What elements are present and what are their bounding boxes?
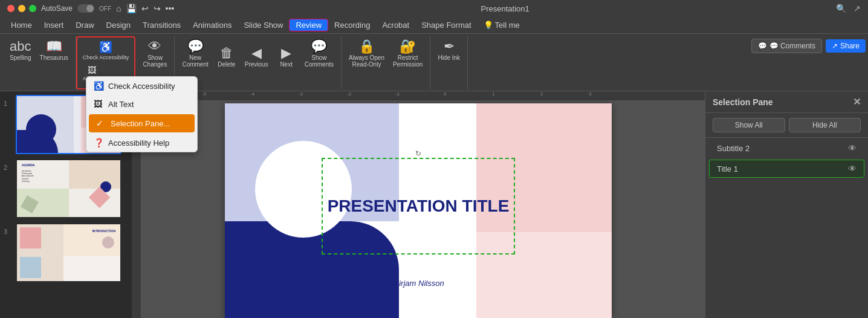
comments-icon: 💬 <box>758 42 767 50</box>
next-label: Next <box>280 61 293 68</box>
accessibility-help-label: Accessibility Help <box>108 138 169 148</box>
selection-item-title1[interactable]: Title 1 👁 <box>709 160 864 178</box>
undo-icon[interactable]: ↩ <box>141 4 149 13</box>
hide-ink-label: Hide Ink <box>438 54 460 61</box>
slide-title-textbox[interactable]: ↻ PRESENTATION TITLE <box>322 158 515 255</box>
rotate-handle[interactable]: ↻ <box>415 149 421 158</box>
alt-text-icon: 🖼 <box>88 65 96 75</box>
traffic-lights <box>7 5 36 12</box>
slide-preview-2[interactable]: AGENDA IntroductionPrimary goalArea of g… <box>16 159 121 218</box>
slide-num-1: 1 <box>4 100 12 107</box>
menu-review[interactable]: Review <box>289 19 328 31</box>
menu-animations[interactable]: Animations <box>187 19 238 31</box>
menu-slideshow[interactable]: Slide Show <box>238 19 289 31</box>
slide-thumb-3[interactable]: 3 INTRODUCTION <box>2 222 129 284</box>
home-icon[interactable]: ⌂ <box>116 4 121 13</box>
search-icon[interactable]: 🔍 <box>836 4 846 13</box>
check-accessibility-icon: ♿ <box>99 41 112 54</box>
menu-acrobat[interactable]: Acrobat <box>376 19 415 31</box>
window-title: Presentation1 <box>481 4 530 13</box>
alt-text-dropdown-label: Alt Text <box>108 100 134 109</box>
show-changes-button[interactable]: 👁 ShowChanges <box>139 37 170 70</box>
share-button[interactable]: ↗ Share <box>826 39 866 53</box>
show-comments-button[interactable]: 💬 ShowComments <box>301 37 337 70</box>
always-open-read-only-button[interactable]: 🔒 Always OpenRead-Only <box>345 37 388 70</box>
hide-ink-button[interactable]: ✒ Hide Ink <box>434 37 464 63</box>
dropdown-check-accessibility[interactable]: ♿ Check Accessibility <box>86 77 197 95</box>
menu-tellme[interactable]: 💡Tell me <box>478 19 526 31</box>
title1-visibility-icon[interactable]: 👁 <box>848 164 857 174</box>
ribbon-group-comments: 💬 NewComment 🗑 Delete ◀ Previous ▶ Next … <box>175 36 342 89</box>
menu-draw[interactable]: Draw <box>70 19 100 31</box>
restrict-label: RestrictPermission <box>393 54 423 68</box>
canvas-area: -5 -4 -3 -2 -1 0 1 2 3 ↻ PRESE <box>132 91 705 318</box>
title-bar-right: 🔍 ↗ <box>836 4 861 13</box>
close-button[interactable] <box>7 5 15 12</box>
subtitle2-visibility-icon[interactable]: 👁 <box>848 143 857 153</box>
share-icon[interactable]: ↗ <box>853 4 861 13</box>
maximize-button[interactable] <box>29 5 36 12</box>
check-accessibility-dropdown-icon: ♿ <box>94 81 103 91</box>
close-icon[interactable]: ✕ <box>853 96 861 108</box>
alt-text-dropdown-icon: 🖼 <box>94 99 103 109</box>
menu-bar: Home Insert Draw Design Transitions Anim… <box>0 17 868 34</box>
more-icon[interactable]: ••• <box>166 4 175 13</box>
hide-all-button[interactable]: Hide All <box>789 118 861 132</box>
redo-icon[interactable]: ↪ <box>154 4 161 13</box>
dropdown-selection-pane[interactable]: ✓ Selection Pane... <box>89 114 195 132</box>
slide-preview-3[interactable]: INTRODUCTION <box>16 223 121 282</box>
selection-pane-buttons: Show All Hide All <box>705 113 868 138</box>
next-icon: ▶ <box>281 47 291 60</box>
accessibility-dropdown-menu: ♿ Check Accessibility 🖼 Alt Text ✓ Selec… <box>86 76 198 152</box>
autosave-label: AutoSave <box>41 4 73 13</box>
show-changes-label: ShowChanges <box>143 54 167 68</box>
selection-item-subtitle2[interactable]: Subtitle 2 👁 <box>709 139 864 157</box>
menu-design[interactable]: Design <box>100 19 137 31</box>
selection-pane-header: Selection Pane ✕ <box>705 91 868 113</box>
show-all-button[interactable]: Show All <box>713 118 785 132</box>
previous-label: Previous <box>245 61 268 68</box>
menu-home[interactable]: Home <box>5 19 38 31</box>
comments-button[interactable]: 💬 💬 Comments <box>751 39 822 53</box>
menu-recording[interactable]: Recording <box>328 19 376 31</box>
new-comment-label: NewComment <box>182 54 208 68</box>
dropdown-alt-text[interactable]: 🖼 Alt Text <box>86 95 197 113</box>
ribbon-group-ink: ✒ Hide Ink <box>430 36 468 89</box>
spelling-button[interactable]: abc Spelling <box>6 37 35 63</box>
title-bar: AutoSave OFF ⌂ 💾 ↩ ↪ ••• Presentation1 🔍… <box>0 0 868 17</box>
check-accessibility-label: Check Accessibility <box>83 54 129 60</box>
thesaurus-button[interactable]: 📖 Thesaurus <box>36 37 72 63</box>
delete-comment-button[interactable]: 🗑 Delete <box>213 44 240 70</box>
previous-button[interactable]: ◀ Previous <box>241 44 272 70</box>
read-only-icon: 🔒 <box>358 40 375 53</box>
canvas-slide[interactable]: ↻ PRESENTATION TITLE Mirjam Nilsson <box>225 103 612 318</box>
minimize-button[interactable] <box>18 5 25 12</box>
slide-num-3: 3 <box>4 228 12 235</box>
restrict-permission-button[interactable]: 🔐 RestrictPermission <box>389 37 426 70</box>
thesaurus-label: Thesaurus <box>40 54 68 61</box>
accessibility-help-icon: ❓ <box>94 138 103 148</box>
autosave-toggle[interactable] <box>77 4 94 13</box>
new-comment-button[interactable]: 💬 NewComment <box>178 37 212 70</box>
ruler-horizontal: -5 -4 -3 -2 -1 0 1 2 3 <box>132 91 705 101</box>
delete-label: Delete <box>218 61 235 68</box>
menu-insert[interactable]: Insert <box>38 19 70 31</box>
share-arrow-icon: ↗ <box>832 42 838 50</box>
check-accessibility-button[interactable]: ♿ Check Accessibility <box>80 39 132 62</box>
slide-subtitle[interactable]: Mirjam Nilsson <box>392 279 444 288</box>
share-label: Share <box>840 42 860 50</box>
show-changes-icon: 👁 <box>148 40 161 53</box>
title1-label: Title 1 <box>717 164 738 174</box>
ribbon-group-protect: 🔒 Always OpenRead-Only 🔐 RestrictPermiss… <box>342 36 430 89</box>
ribbon-group-proofing: abc Spelling 📖 Thesaurus <box>2 36 76 89</box>
slide-title-text[interactable]: PRESENTATION TITLE <box>328 197 510 216</box>
selection-pane-check-icon: ✓ <box>96 118 106 128</box>
check-accessibility-dropdown-label: Check Accessibility <box>108 82 175 91</box>
save-icon[interactable]: 💾 <box>126 4 137 13</box>
dropdown-accessibility-help[interactable]: ❓ Accessibility Help <box>86 134 197 152</box>
menu-transitions[interactable]: Transitions <box>137 19 187 31</box>
slide-thumb-2[interactable]: 2 AGENDA IntroductionPrimary goalArea of… <box>2 158 129 219</box>
menu-shapeformat[interactable]: Shape Format <box>415 19 477 31</box>
next-button[interactable]: ▶ Next <box>273 44 300 70</box>
ribbon: abc Spelling 📖 Thesaurus ♿ Check Accessi… <box>0 34 868 91</box>
